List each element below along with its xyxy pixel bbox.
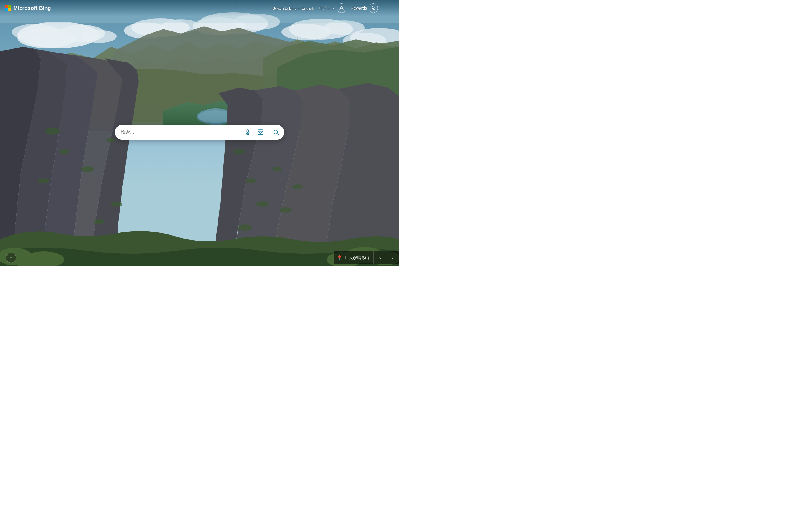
microsoft-logo [5,5,11,12]
svg-point-19 [45,128,60,135]
svg-point-30 [280,207,292,213]
previous-image-button[interactable] [373,251,386,264]
search-box [115,125,284,140]
svg-point-26 [233,149,245,154]
switch-language-button[interactable]: Switch to Bing in English [272,6,314,11]
user-avatar-icon [337,3,346,13]
svg-point-41 [372,6,375,8]
svg-point-32 [238,224,252,231]
logo-blue-square [5,8,7,12]
svg-point-52 [274,130,278,134]
search-action-icons [242,126,282,138]
svg-point-25 [94,219,104,224]
logo-green-square [8,5,11,8]
search-input[interactable] [121,130,242,135]
header: Microsoft Bing Switch to Bing in English… [0,0,399,16]
menu-line-3 [385,10,391,11]
svg-point-24 [111,202,122,207]
rewards-icon [369,3,378,13]
search-container [115,125,284,140]
menu-line-2 [385,8,391,8]
hamburger-menu-button[interactable] [383,3,393,14]
svg-point-27 [246,178,256,183]
rewards-button[interactable]: Rewards [351,3,378,13]
brand-name: Microsoft Bing [14,5,51,12]
svg-point-47 [259,131,261,133]
login-label: ログイン [319,5,335,11]
header-actions: Switch to Bing in English ログイン Rewards [272,3,393,14]
login-button[interactable]: ログイン [319,3,346,13]
svg-point-23 [107,138,115,142]
svg-point-31 [292,184,303,189]
search-divider [268,129,268,136]
visual-search-button[interactable] [254,126,266,138]
svg-point-20 [59,149,70,154]
svg-point-22 [38,178,50,183]
location-name: 巨人が眠る山 [345,255,369,261]
svg-line-53 [277,134,279,135]
svg-point-5 [82,30,117,43]
logo-red-square [5,5,7,8]
svg-point-28 [256,201,269,207]
image-info-bar: 📍 巨人が眠る山 [334,251,399,264]
svg-point-13 [282,24,331,40]
location-card: 📍 巨人が眠る山 [334,251,373,264]
location-pin-icon: 📍 [337,255,342,261]
svg-rect-43 [247,130,248,132]
svg-rect-46 [258,130,263,135]
svg-point-21 [81,166,94,172]
svg-point-4 [12,24,58,40]
next-image-button[interactable] [386,251,399,264]
logo-yellow-square [8,8,11,12]
search-submit-button[interactable] [270,126,282,138]
svg-point-40 [341,6,342,8]
brand-area: Microsoft Bing [5,5,51,12]
microphone-button[interactable] [242,126,253,138]
menu-line-1 [385,6,391,6]
scroll-up-button[interactable] [6,252,16,263]
bottom-bar: 📍 巨人が眠る山 [0,250,399,266]
rewards-label: Rewards [351,6,367,11]
svg-point-29 [272,167,282,171]
